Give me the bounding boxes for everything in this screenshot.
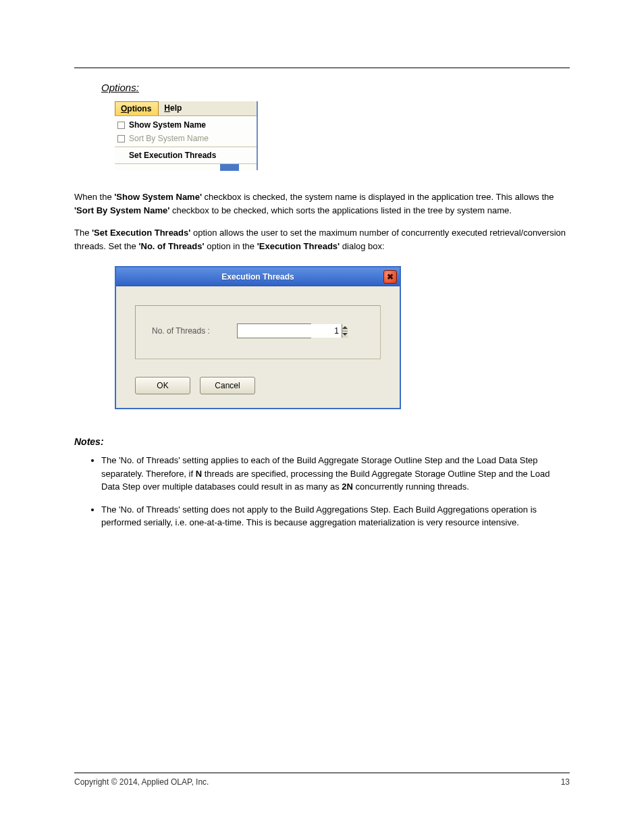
chevron-up-icon bbox=[342, 326, 348, 329]
notes-list: The 'No. of Threads' setting applies to … bbox=[74, 454, 570, 529]
menu-tail bbox=[115, 163, 257, 170]
checkbox-icon bbox=[117, 122, 125, 129]
paragraph-2: The 'Set Execution Threads' option allow… bbox=[74, 226, 570, 253]
notes-heading: Notes: bbox=[74, 436, 570, 447]
close-icon: ✖ bbox=[387, 273, 394, 281]
menubar: Options Help bbox=[115, 101, 257, 116]
threads-input[interactable] bbox=[238, 324, 342, 338]
dialog-title: Execution Threads bbox=[221, 272, 294, 282]
ok-button[interactable]: OK bbox=[135, 377, 190, 394]
spinner-down-button[interactable] bbox=[342, 332, 348, 338]
text-bold: N bbox=[196, 469, 202, 479]
menu-options-rest: ptions bbox=[127, 104, 151, 113]
text-bold: 'Execution Threads' bbox=[257, 241, 340, 251]
menu-item-label: Set Execution Threads bbox=[129, 151, 216, 160]
note-item-2: The 'No. of Threads' setting does not ap… bbox=[101, 503, 570, 529]
footer-rule bbox=[74, 773, 570, 773]
text: checkbox is checked, the system name is … bbox=[202, 192, 554, 202]
menu-separator bbox=[115, 147, 257, 147]
text: dialog box: bbox=[340, 241, 385, 251]
dialog-button-row: OK Cancel bbox=[135, 377, 381, 394]
button-label: OK bbox=[157, 381, 168, 390]
menu-options[interactable]: Options bbox=[115, 101, 159, 115]
text-bold: 'Sort By System Name' bbox=[74, 205, 169, 215]
spinner-buttons bbox=[342, 324, 348, 338]
text: option in the bbox=[205, 241, 257, 251]
chevron-down-icon bbox=[342, 333, 348, 336]
text-bold: 2N bbox=[342, 481, 353, 492]
text: When the bbox=[74, 192, 114, 202]
note-item-1: The 'No. of Threads' setting applies to … bbox=[101, 454, 570, 494]
footer-copyright: Copyright © 2014, Applied OLAP, Inc. bbox=[74, 777, 209, 787]
threads-fieldset: No. of Threads : bbox=[135, 305, 381, 359]
execution-threads-dialog: Execution Threads ✖ No. of Threads : bbox=[115, 266, 401, 409]
options-menu-figure: Options Help Show System Name Sort By Sy… bbox=[115, 101, 258, 170]
threads-label: No. of Threads : bbox=[152, 326, 210, 336]
dialog-body: No. of Threads : OK Cancel bbox=[116, 286, 400, 408]
text: The 'No. of Threads' setting does not ap… bbox=[101, 504, 537, 528]
text-bold: 'Show System Name' bbox=[114, 192, 202, 202]
header-rule bbox=[74, 68, 570, 68]
section-heading: Options: bbox=[101, 82, 570, 93]
page-footer: Copyright © 2014, Applied OLAP, Inc. 13 bbox=[74, 773, 570, 787]
menu-help-rest: elp bbox=[170, 103, 182, 113]
text: concurrently running threads. bbox=[353, 481, 469, 492]
spinner-up-button[interactable] bbox=[342, 324, 348, 332]
text: checkbox to be checked, which sorts the … bbox=[169, 205, 512, 215]
cancel-button[interactable]: Cancel bbox=[200, 377, 255, 394]
menu-item-set-execution-threads[interactable]: Set Execution Threads bbox=[115, 149, 257, 162]
menu-item-show-system-name[interactable]: Show System Name bbox=[115, 118, 257, 132]
text-bold: 'No. of Threads' bbox=[138, 241, 204, 251]
paragraph-1: When the 'Show System Name' checkbox is … bbox=[74, 190, 570, 217]
text-bold: 'Set Execution Threads' bbox=[92, 228, 190, 238]
dialog-titlebar: Execution Threads ✖ bbox=[116, 267, 400, 286]
button-label: Cancel bbox=[215, 381, 240, 390]
menu-item-label: Show System Name bbox=[129, 120, 206, 130]
execution-threads-dialog-figure: Execution Threads ✖ No. of Threads : bbox=[115, 266, 401, 409]
blue-chunk bbox=[220, 164, 239, 171]
checkbox-icon bbox=[117, 135, 125, 142]
menu-item-sort-by-system-name: Sort By System Name bbox=[115, 132, 257, 145]
threads-spinner[interactable] bbox=[237, 323, 311, 338]
options-dropdown: Show System Name Sort By System Name Set… bbox=[115, 116, 257, 163]
menu-help[interactable]: Help bbox=[159, 101, 188, 115]
text: The bbox=[74, 228, 92, 238]
close-button[interactable]: ✖ bbox=[383, 270, 397, 284]
footer-page-number: 13 bbox=[561, 777, 570, 787]
menu-item-label: Sort By System Name bbox=[129, 134, 209, 143]
body-text: When the 'Show System Name' checkbox is … bbox=[74, 190, 570, 253]
